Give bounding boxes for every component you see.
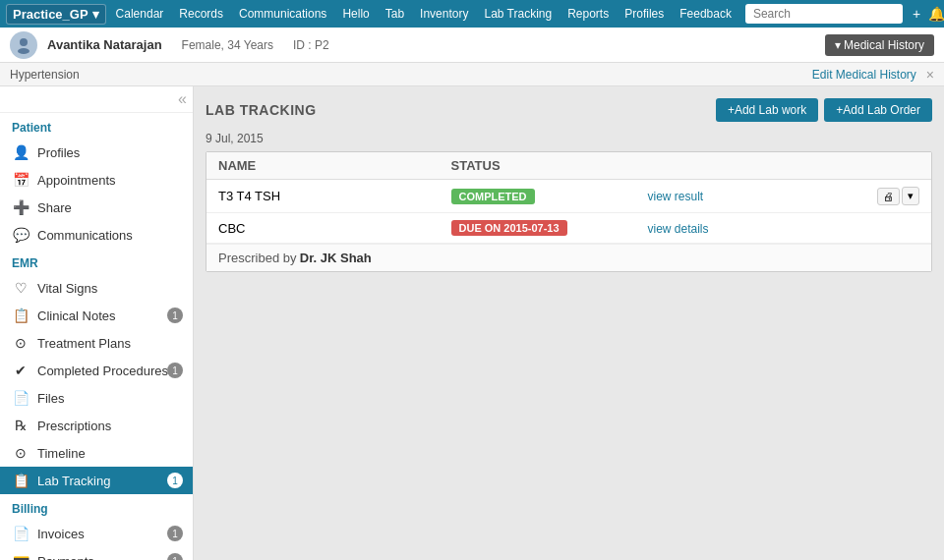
nav-feedback[interactable]: Feedback	[674, 5, 738, 23]
sidebar-item-files[interactable]: 📄 Files	[0, 384, 193, 412]
sidebar-item-label: Share	[37, 200, 72, 215]
col-name: NAME	[218, 158, 451, 173]
timeline-icon: ⊙	[12, 445, 30, 461]
sidebar-collapse-icon[interactable]: «	[178, 90, 187, 108]
sidebar-section-emr: EMR	[0, 249, 193, 274]
print-button[interactable]: 🖨	[877, 188, 900, 205]
nav-tab[interactable]: Tab	[380, 5, 410, 23]
sidebar-item-label: Invoices	[37, 527, 85, 541]
profiles-icon: 👤	[12, 144, 30, 160]
add-lab-order-button[interactable]: +Add Lab Order	[824, 98, 932, 122]
sidebar-section-patient: Patient	[0, 113, 193, 139]
nav-reports[interactable]: Reports	[561, 5, 615, 23]
nav-records[interactable]: Records	[173, 5, 229, 23]
sidebar-item-invoices[interactable]: 📄 Invoices 1	[0, 520, 193, 547]
svg-point-1	[18, 48, 30, 54]
lab-tracking-badge: 1	[167, 473, 183, 488]
sidebar-item-completed-procedures[interactable]: ✔ Completed Procedures 1	[0, 357, 193, 384]
add-lab-work-button[interactable]: +Add Lab work	[716, 98, 818, 122]
sidebar-item-lab-tracking[interactable]: 📋 Lab Tracking 1	[0, 467, 193, 494]
prescribed-row: Prescribed by Dr. JK Shah	[206, 244, 931, 271]
row-actions: 🖨 ▾	[880, 187, 919, 205]
app-logo[interactable]: Practice_GP ▾	[6, 4, 106, 25]
nav-hello[interactable]: Hello	[336, 5, 375, 23]
sidebar-item-vital-signs[interactable]: ♡ Vital Signs	[0, 274, 193, 302]
col-status: STATUS	[451, 158, 648, 173]
patient-name: Avantika Natarajan	[47, 37, 162, 52]
view-result-link[interactable]: view result	[648, 190, 704, 203]
completed-procedures-badge: 1	[167, 363, 183, 378]
lab-name: T3 T4 TSH	[218, 189, 451, 203]
add-icon[interactable]: +	[913, 6, 920, 22]
sidebar-item-label: Prescriptions	[37, 419, 111, 433]
sidebar-item-profiles[interactable]: 👤 Profiles	[0, 139, 193, 166]
nav-icon-group: + 🔔 ✉ 0 ? ⚙	[913, 6, 944, 22]
sidebar-item-treatment-plans[interactable]: ⊙ Treatment Plans	[0, 329, 193, 357]
sidebar-item-label: Payments	[37, 554, 94, 561]
edit-medical-history-link[interactable]: Edit Medical History	[812, 68, 916, 82]
sidebar-item-prescriptions[interactable]: ℞ Prescriptions	[0, 412, 193, 439]
payments-badge: 1	[167, 553, 183, 560]
sidebar-item-appointments[interactable]: 📅 Appointments	[0, 166, 193, 194]
sidebar-item-label: Lab Tracking	[37, 474, 110, 488]
col-tools	[880, 158, 919, 173]
prescribed-by-label: Prescribed by	[218, 251, 296, 265]
svg-point-0	[20, 38, 28, 46]
nav-profiles[interactable]: Profiles	[619, 5, 670, 23]
share-icon: ➕	[12, 199, 30, 215]
condition-label: Hypertension	[10, 68, 80, 82]
close-icon[interactable]: ×	[926, 67, 934, 83]
col-action	[648, 158, 881, 173]
files-icon: 📄	[12, 390, 30, 406]
medical-history-button[interactable]: ▾ Medical History	[825, 34, 934, 56]
sidebar-item-label: Completed Procedures	[37, 364, 168, 378]
view-details-link[interactable]: view details	[648, 222, 709, 236]
table-row: CBC DUE ON 2015-07-13 view details	[206, 213, 931, 244]
status-badge: COMPLETED	[451, 189, 648, 204]
sidebar-top-actions: «	[0, 86, 193, 113]
sidebar: « Patient 👤 Profiles 📅 Appointments ➕ Sh…	[0, 86, 194, 560]
sidebar-item-label: Clinical Notes	[37, 308, 115, 323]
completed-procedures-icon: ✔	[12, 363, 30, 378]
content-area: LAB TRACKING +Add Lab work +Add Lab Orde…	[194, 86, 944, 560]
payments-icon: 💳	[12, 553, 30, 560]
prescriptions-icon: ℞	[12, 418, 30, 433]
sidebar-item-label: Appointments	[37, 173, 116, 188]
content-header: LAB TRACKING +Add Lab work +Add Lab Orde…	[206, 98, 932, 122]
treatment-plans-icon: ⊙	[12, 335, 30, 351]
sidebar-item-label: Files	[37, 391, 64, 406]
bell-icon[interactable]: 🔔	[928, 6, 944, 22]
content-title: LAB TRACKING	[206, 102, 317, 118]
main-layout: « Patient 👤 Profiles 📅 Appointments ➕ Sh…	[0, 86, 944, 560]
logo-arrow: ▾	[92, 7, 99, 22]
nav-communications[interactable]: Communications	[233, 5, 332, 23]
date-label: 9 Jul, 2015	[206, 132, 932, 145]
content-actions: +Add Lab work +Add Lab Order	[716, 98, 932, 122]
clinical-notes-icon: 📋	[12, 308, 30, 323]
patient-id: ID : P2	[293, 38, 329, 52]
sub-header: Hypertension Edit Medical History ×	[0, 63, 944, 86]
nav-lab-tracking[interactable]: Lab Tracking	[478, 5, 558, 23]
search-input[interactable]	[745, 4, 903, 24]
lab-table-header: NAME STATUS	[206, 152, 931, 180]
dropdown-button[interactable]: ▾	[902, 187, 919, 205]
table-row: T3 T4 TSH COMPLETED view result 🖨 ▾	[206, 180, 931, 213]
communications-icon: 💬	[12, 227, 30, 243]
avatar	[10, 31, 37, 59]
sidebar-item-label: Timeline	[37, 446, 86, 461]
patient-header: Avantika Natarajan Female, 34 Years ID :…	[0, 28, 944, 63]
patient-gender-age: Female, 34 Years	[182, 38, 273, 52]
invoices-icon: 📄	[12, 526, 30, 541]
vital-signs-icon: ♡	[12, 280, 30, 296]
sidebar-item-communications[interactable]: 💬 Communications	[0, 221, 193, 249]
nav-calendar[interactable]: Calendar	[110, 5, 170, 23]
nav-inventory[interactable]: Inventory	[414, 5, 474, 23]
sidebar-item-timeline[interactable]: ⊙ Timeline	[0, 439, 193, 467]
sidebar-item-clinical-notes[interactable]: 📋 Clinical Notes 1	[0, 302, 193, 329]
top-navigation: Practice_GP ▾ Calendar Records Communica…	[0, 0, 944, 28]
status-badge: DUE ON 2015-07-13	[451, 220, 648, 236]
sidebar-item-payments[interactable]: 💳 Payments 1	[0, 547, 193, 560]
sidebar-item-share[interactable]: ➕ Share	[0, 194, 193, 221]
lab-tracking-icon: 📋	[12, 473, 30, 488]
lab-name: CBC	[218, 221, 451, 236]
